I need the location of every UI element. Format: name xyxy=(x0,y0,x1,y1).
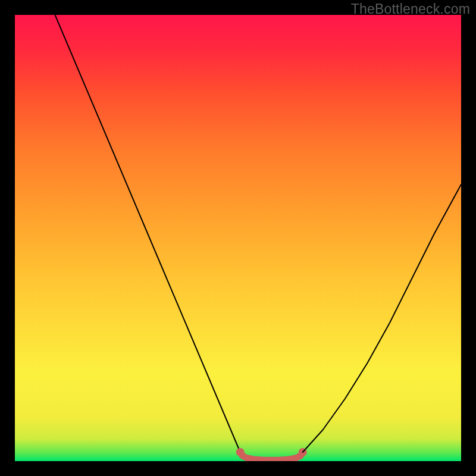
series-floor-curve-endpoint xyxy=(236,448,245,456)
outer-frame: TheBottleneck.com xyxy=(0,0,476,476)
chart-plot-area xyxy=(15,15,461,461)
chart-svg xyxy=(15,15,461,461)
gradient-background xyxy=(15,15,461,461)
